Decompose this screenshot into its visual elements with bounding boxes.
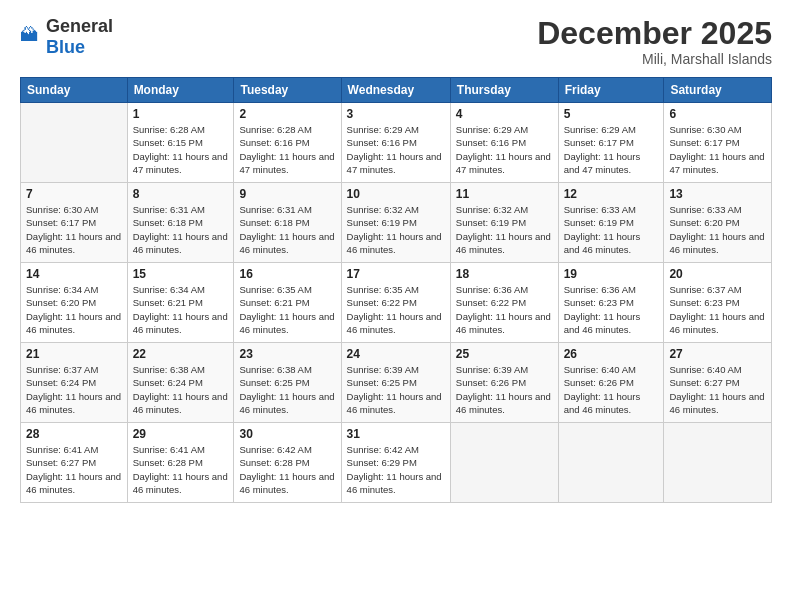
day-number: 8 bbox=[133, 187, 229, 201]
table-row: 10Sunrise: 6:32 AMSunset: 6:19 PMDayligh… bbox=[341, 183, 450, 263]
day-info: Sunrise: 6:35 AMSunset: 6:22 PMDaylight:… bbox=[347, 283, 445, 336]
table-row: 25Sunrise: 6:39 AMSunset: 6:26 PMDayligh… bbox=[450, 343, 558, 423]
day-number: 16 bbox=[239, 267, 335, 281]
logo-text: General Blue bbox=[46, 16, 113, 58]
day-info: Sunrise: 6:42 AMSunset: 6:29 PMDaylight:… bbox=[347, 443, 445, 496]
day-info: Sunrise: 6:31 AMSunset: 6:18 PMDaylight:… bbox=[133, 203, 229, 256]
location-title: Mili, Marshall Islands bbox=[537, 51, 772, 67]
day-info: Sunrise: 6:34 AMSunset: 6:20 PMDaylight:… bbox=[26, 283, 122, 336]
table-row bbox=[21, 103, 128, 183]
calendar-table: Sunday Monday Tuesday Wednesday Thursday… bbox=[20, 77, 772, 503]
table-row: 24Sunrise: 6:39 AMSunset: 6:25 PMDayligh… bbox=[341, 343, 450, 423]
day-number: 26 bbox=[564, 347, 659, 361]
day-info: Sunrise: 6:35 AMSunset: 6:21 PMDaylight:… bbox=[239, 283, 335, 336]
table-row: 6Sunrise: 6:30 AMSunset: 6:17 PMDaylight… bbox=[664, 103, 772, 183]
table-row: 9Sunrise: 6:31 AMSunset: 6:18 PMDaylight… bbox=[234, 183, 341, 263]
day-info: Sunrise: 6:37 AMSunset: 6:24 PMDaylight:… bbox=[26, 363, 122, 416]
day-info: Sunrise: 6:31 AMSunset: 6:18 PMDaylight:… bbox=[239, 203, 335, 256]
title-section: December 2025 Mili, Marshall Islands bbox=[537, 16, 772, 67]
day-number: 6 bbox=[669, 107, 766, 121]
day-number: 1 bbox=[133, 107, 229, 121]
day-number: 18 bbox=[456, 267, 553, 281]
table-row bbox=[664, 423, 772, 503]
table-row: 27Sunrise: 6:40 AMSunset: 6:27 PMDayligh… bbox=[664, 343, 772, 423]
day-number: 4 bbox=[456, 107, 553, 121]
table-row: 16Sunrise: 6:35 AMSunset: 6:21 PMDayligh… bbox=[234, 263, 341, 343]
calendar-header-row: Sunday Monday Tuesday Wednesday Thursday… bbox=[21, 78, 772, 103]
table-row: 29Sunrise: 6:41 AMSunset: 6:28 PMDayligh… bbox=[127, 423, 234, 503]
calendar-week-row: 7Sunrise: 6:30 AMSunset: 6:17 PMDaylight… bbox=[21, 183, 772, 263]
day-number: 7 bbox=[26, 187, 122, 201]
day-number: 30 bbox=[239, 427, 335, 441]
day-number: 25 bbox=[456, 347, 553, 361]
day-number: 3 bbox=[347, 107, 445, 121]
day-info: Sunrise: 6:29 AMSunset: 6:16 PMDaylight:… bbox=[456, 123, 553, 176]
day-number: 17 bbox=[347, 267, 445, 281]
table-row: 1Sunrise: 6:28 AMSunset: 6:15 PMDaylight… bbox=[127, 103, 234, 183]
table-row: 30Sunrise: 6:42 AMSunset: 6:28 PMDayligh… bbox=[234, 423, 341, 503]
table-row: 2Sunrise: 6:28 AMSunset: 6:16 PMDaylight… bbox=[234, 103, 341, 183]
table-row bbox=[558, 423, 664, 503]
day-info: Sunrise: 6:28 AMSunset: 6:15 PMDaylight:… bbox=[133, 123, 229, 176]
col-saturday: Saturday bbox=[664, 78, 772, 103]
day-info: Sunrise: 6:42 AMSunset: 6:28 PMDaylight:… bbox=[239, 443, 335, 496]
table-row: 28Sunrise: 6:41 AMSunset: 6:27 PMDayligh… bbox=[21, 423, 128, 503]
table-row: 22Sunrise: 6:38 AMSunset: 6:24 PMDayligh… bbox=[127, 343, 234, 423]
day-number: 5 bbox=[564, 107, 659, 121]
day-number: 14 bbox=[26, 267, 122, 281]
day-number: 15 bbox=[133, 267, 229, 281]
table-row: 5Sunrise: 6:29 AMSunset: 6:17 PMDaylight… bbox=[558, 103, 664, 183]
table-row: 18Sunrise: 6:36 AMSunset: 6:22 PMDayligh… bbox=[450, 263, 558, 343]
day-info: Sunrise: 6:38 AMSunset: 6:24 PMDaylight:… bbox=[133, 363, 229, 416]
day-info: Sunrise: 6:29 AMSunset: 6:16 PMDaylight:… bbox=[347, 123, 445, 176]
table-row: 14Sunrise: 6:34 AMSunset: 6:20 PMDayligh… bbox=[21, 263, 128, 343]
col-sunday: Sunday bbox=[21, 78, 128, 103]
table-row: 8Sunrise: 6:31 AMSunset: 6:18 PMDaylight… bbox=[127, 183, 234, 263]
logo-general: General bbox=[46, 16, 113, 36]
table-row: 23Sunrise: 6:38 AMSunset: 6:25 PMDayligh… bbox=[234, 343, 341, 423]
table-row: 4Sunrise: 6:29 AMSunset: 6:16 PMDaylight… bbox=[450, 103, 558, 183]
day-info: Sunrise: 6:28 AMSunset: 6:16 PMDaylight:… bbox=[239, 123, 335, 176]
day-info: Sunrise: 6:37 AMSunset: 6:23 PMDaylight:… bbox=[669, 283, 766, 336]
calendar-week-row: 1Sunrise: 6:28 AMSunset: 6:15 PMDaylight… bbox=[21, 103, 772, 183]
day-info: Sunrise: 6:32 AMSunset: 6:19 PMDaylight:… bbox=[456, 203, 553, 256]
day-number: 23 bbox=[239, 347, 335, 361]
day-number: 13 bbox=[669, 187, 766, 201]
day-info: Sunrise: 6:33 AMSunset: 6:19 PMDaylight:… bbox=[564, 203, 659, 256]
table-row: 26Sunrise: 6:40 AMSunset: 6:26 PMDayligh… bbox=[558, 343, 664, 423]
day-info: Sunrise: 6:32 AMSunset: 6:19 PMDaylight:… bbox=[347, 203, 445, 256]
calendar-week-row: 28Sunrise: 6:41 AMSunset: 6:27 PMDayligh… bbox=[21, 423, 772, 503]
day-info: Sunrise: 6:38 AMSunset: 6:25 PMDaylight:… bbox=[239, 363, 335, 416]
day-number: 10 bbox=[347, 187, 445, 201]
table-row bbox=[450, 423, 558, 503]
table-row: 31Sunrise: 6:42 AMSunset: 6:29 PMDayligh… bbox=[341, 423, 450, 503]
table-row: 7Sunrise: 6:30 AMSunset: 6:17 PMDaylight… bbox=[21, 183, 128, 263]
col-tuesday: Tuesday bbox=[234, 78, 341, 103]
day-info: Sunrise: 6:33 AMSunset: 6:20 PMDaylight:… bbox=[669, 203, 766, 256]
day-number: 20 bbox=[669, 267, 766, 281]
day-info: Sunrise: 6:40 AMSunset: 6:26 PMDaylight:… bbox=[564, 363, 659, 416]
table-row: 11Sunrise: 6:32 AMSunset: 6:19 PMDayligh… bbox=[450, 183, 558, 263]
day-info: Sunrise: 6:40 AMSunset: 6:27 PMDaylight:… bbox=[669, 363, 766, 416]
page-container: 🏔 General Blue December 2025 Mili, Marsh… bbox=[0, 0, 792, 513]
col-monday: Monday bbox=[127, 78, 234, 103]
calendar-week-row: 21Sunrise: 6:37 AMSunset: 6:24 PMDayligh… bbox=[21, 343, 772, 423]
logo-icon: 🏔 bbox=[20, 24, 42, 50]
day-info: Sunrise: 6:36 AMSunset: 6:22 PMDaylight:… bbox=[456, 283, 553, 336]
day-number: 22 bbox=[133, 347, 229, 361]
day-number: 2 bbox=[239, 107, 335, 121]
day-number: 31 bbox=[347, 427, 445, 441]
day-number: 12 bbox=[564, 187, 659, 201]
svg-text:🏔: 🏔 bbox=[20, 24, 38, 45]
day-info: Sunrise: 6:41 AMSunset: 6:27 PMDaylight:… bbox=[26, 443, 122, 496]
table-row: 21Sunrise: 6:37 AMSunset: 6:24 PMDayligh… bbox=[21, 343, 128, 423]
logo: 🏔 General Blue bbox=[20, 16, 113, 58]
day-number: 11 bbox=[456, 187, 553, 201]
day-info: Sunrise: 6:39 AMSunset: 6:25 PMDaylight:… bbox=[347, 363, 445, 416]
day-info: Sunrise: 6:36 AMSunset: 6:23 PMDaylight:… bbox=[564, 283, 659, 336]
day-number: 29 bbox=[133, 427, 229, 441]
day-info: Sunrise: 6:29 AMSunset: 6:17 PMDaylight:… bbox=[564, 123, 659, 176]
logo-blue: Blue bbox=[46, 37, 85, 57]
day-info: Sunrise: 6:34 AMSunset: 6:21 PMDaylight:… bbox=[133, 283, 229, 336]
table-row: 20Sunrise: 6:37 AMSunset: 6:23 PMDayligh… bbox=[664, 263, 772, 343]
